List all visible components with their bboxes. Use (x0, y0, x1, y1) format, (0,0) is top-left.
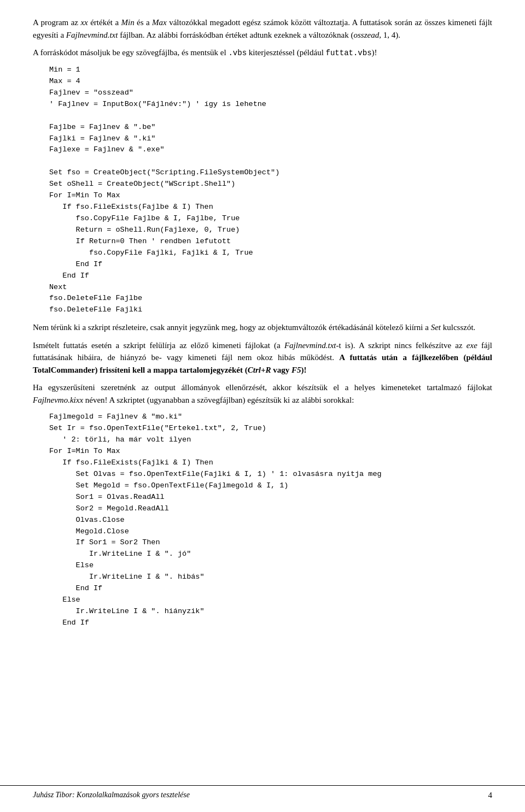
code-block-1: Min = 1 Max = 4 Fajlnev = "osszead" ' Fa… (49, 64, 492, 316)
min-italic: Min (121, 18, 134, 27)
paragraph-4: Ismételt futtatás esetén a szkript felül… (33, 339, 492, 376)
footer-page-number: 4 (488, 789, 493, 802)
set-keyword: Set (431, 323, 441, 332)
paragraph-2: A forráskódot másoljuk be egy szövegfájl… (33, 46, 492, 59)
code-block-2: Fajlmegold = Fajlnev & "mo.ki" Set Ir = … (49, 411, 492, 629)
xx-italic: xx (80, 18, 88, 27)
page-number-text: 4 (488, 791, 493, 799)
page-content: A program az xx értékét a Min és a Max v… (33, 16, 492, 629)
f5-italic: F5 (291, 366, 301, 374)
footer-title: Juhász Tibor: Konzolalkalmazások gyors t… (33, 789, 190, 801)
footer-title-text: Juhász Tibor: Konzolalkalmazások gyors t… (33, 791, 190, 799)
vbs-extension: .vbs (228, 49, 247, 57)
ctrl-r-italic: Ctrl+R (248, 366, 271, 374)
fajlnevmind-2: Fajlnevmind.txt (284, 341, 336, 350)
paragraph-3: Nem térünk ki a szkript részleteire, csa… (33, 321, 492, 334)
fajlnevmo-italic: Fajlnevmo.kixx (33, 396, 83, 404)
osszead-italic: osszead (353, 31, 379, 39)
paragraph-5: Ha egyszerűsíteni szeretnénk az output á… (33, 381, 492, 406)
fajlnevmind-italic: Fajlnevmind.txt (66, 31, 118, 39)
bold-warning: A futtatás után a fájlkezelőben (például… (33, 353, 492, 374)
paragraph-1: A program az xx értékét a Min és a Max v… (33, 16, 492, 41)
footer: Juhász Tibor: Konzolalkalmazások gyors t… (0, 785, 525, 802)
max-italic: Max (152, 18, 167, 27)
exe-italic: exe (466, 341, 477, 350)
futtat-vbs: futtat.vbs (326, 49, 372, 57)
